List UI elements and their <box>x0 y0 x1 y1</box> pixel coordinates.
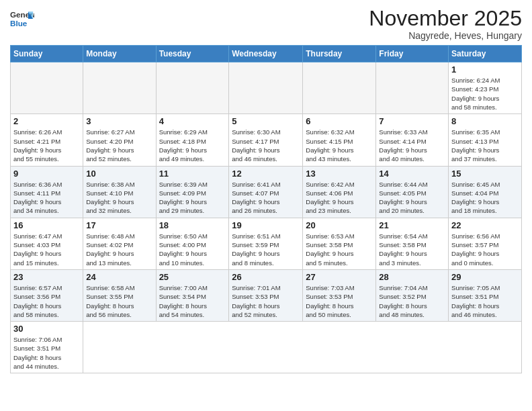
calendar-cell: 9Sunrise: 6:36 AM Sunset: 4:11 PM Daylig… <box>11 166 83 218</box>
calendar-cell <box>83 62 156 114</box>
day-info: Sunrise: 6:32 AM Sunset: 4:15 PM Dayligh… <box>306 128 373 163</box>
day-number: 30 <box>13 324 80 334</box>
day-number: 26 <box>232 272 300 282</box>
calendar-cell: 16Sunrise: 6:47 AM Sunset: 4:03 PM Dayli… <box>11 218 83 269</box>
calendar-cell <box>376 62 449 114</box>
day-number: 8 <box>451 116 519 126</box>
day-info: Sunrise: 6:56 AM Sunset: 3:57 PM Dayligh… <box>451 232 519 267</box>
calendar-cell: 13Sunrise: 6:42 AM Sunset: 4:06 PM Dayli… <box>303 166 376 218</box>
calendar-row: 30Sunrise: 7:06 AM Sunset: 3:51 PM Dayli… <box>11 322 522 373</box>
day-info: Sunrise: 6:24 AM Sunset: 4:23 PM Dayligh… <box>451 76 519 111</box>
day-number: 18 <box>159 220 226 230</box>
day-info: Sunrise: 6:39 AM Sunset: 4:09 PM Dayligh… <box>159 180 226 216</box>
calendar-row: 16Sunrise: 6:47 AM Sunset: 4:03 PM Dayli… <box>11 218 522 269</box>
day-info: Sunrise: 6:48 AM Sunset: 4:02 PM Dayligh… <box>86 232 152 267</box>
day-info: Sunrise: 6:47 AM Sunset: 4:03 PM Dayligh… <box>13 232 80 267</box>
day-number: 1 <box>451 64 519 75</box>
header-monday: Monday <box>83 46 156 62</box>
month-title: November 2025 <box>369 7 522 30</box>
day-info: Sunrise: 6:30 AM Sunset: 4:17 PM Dayligh… <box>232 128 300 163</box>
calendar-cell: 29Sunrise: 7:05 AM Sunset: 3:51 PM Dayli… <box>449 269 522 321</box>
header-tuesday: Tuesday <box>156 46 229 62</box>
calendar-cell: 26Sunrise: 7:01 AM Sunset: 3:53 PM Dayli… <box>229 269 303 321</box>
day-number: 9 <box>13 169 80 179</box>
day-number: 24 <box>86 272 152 282</box>
calendar-cell: 21Sunrise: 6:54 AM Sunset: 3:58 PM Dayli… <box>376 218 449 269</box>
day-number: 11 <box>159 169 226 179</box>
day-number: 17 <box>86 220 152 230</box>
calendar-cell: 17Sunrise: 6:48 AM Sunset: 4:02 PM Dayli… <box>83 218 156 269</box>
day-number: 15 <box>451 169 519 179</box>
day-info: Sunrise: 6:36 AM Sunset: 4:11 PM Dayligh… <box>13 180 80 216</box>
day-number: 25 <box>159 272 226 282</box>
day-info: Sunrise: 6:54 AM Sunset: 3:58 PM Dayligh… <box>379 232 445 267</box>
day-info: Sunrise: 6:44 AM Sunset: 4:05 PM Dayligh… <box>379 180 445 216</box>
day-number: 7 <box>379 116 445 126</box>
day-info: Sunrise: 6:33 AM Sunset: 4:14 PM Dayligh… <box>379 128 445 163</box>
calendar-table: Sunday Monday Tuesday Wednesday Thursday… <box>10 45 522 373</box>
day-info: Sunrise: 7:01 AM Sunset: 3:53 PM Dayligh… <box>232 283 300 319</box>
calendar-cell <box>303 62 376 114</box>
day-info: Sunrise: 7:03 AM Sunset: 3:53 PM Dayligh… <box>306 283 373 319</box>
day-number: 2 <box>13 116 80 126</box>
day-info: Sunrise: 6:38 AM Sunset: 4:10 PM Dayligh… <box>86 180 152 216</box>
day-info: Sunrise: 7:06 AM Sunset: 3:51 PM Dayligh… <box>13 335 80 371</box>
calendar-cell: 22Sunrise: 6:56 AM Sunset: 3:57 PM Dayli… <box>449 218 522 269</box>
header-saturday: Saturday <box>449 46 522 62</box>
day-number: 6 <box>306 116 373 126</box>
logo-icon: General Blue <box>10 7 34 31</box>
calendar-cell: 10Sunrise: 6:38 AM Sunset: 4:10 PM Dayli… <box>83 166 156 218</box>
page: General Blue November 2025 Nagyrede, Hev… <box>0 0 532 411</box>
day-number: 28 <box>379 272 445 282</box>
day-number: 5 <box>232 116 300 126</box>
calendar-cell: 28Sunrise: 7:04 AM Sunset: 3:52 PM Dayli… <box>376 269 449 321</box>
day-info: Sunrise: 6:45 AM Sunset: 4:04 PM Dayligh… <box>451 180 519 216</box>
calendar-cell: 24Sunrise: 6:58 AM Sunset: 3:55 PM Dayli… <box>83 269 156 321</box>
header-friday: Friday <box>376 46 449 62</box>
calendar-cell: 1Sunrise: 6:24 AM Sunset: 4:23 PM Daylig… <box>449 62 522 114</box>
day-number: 29 <box>451 272 519 282</box>
calendar-cell: 6Sunrise: 6:32 AM Sunset: 4:15 PM Daylig… <box>303 114 376 166</box>
calendar-cell: 4Sunrise: 6:29 AM Sunset: 4:18 PM Daylig… <box>156 114 229 166</box>
calendar-cell: 2Sunrise: 6:26 AM Sunset: 4:21 PM Daylig… <box>11 114 83 166</box>
day-info: Sunrise: 6:29 AM Sunset: 4:18 PM Dayligh… <box>159 128 226 163</box>
day-info: Sunrise: 6:42 AM Sunset: 4:06 PM Dayligh… <box>306 180 373 216</box>
day-info: Sunrise: 7:00 AM Sunset: 3:54 PM Dayligh… <box>159 283 226 319</box>
day-number: 4 <box>159 116 226 126</box>
calendar-row: 2Sunrise: 6:26 AM Sunset: 4:21 PM Daylig… <box>11 114 522 166</box>
day-info: Sunrise: 6:41 AM Sunset: 4:07 PM Dayligh… <box>232 180 300 216</box>
location: Nagyrede, Heves, Hungary <box>369 30 522 41</box>
day-number: 23 <box>13 272 80 282</box>
calendar-cell <box>229 62 303 114</box>
header: General Blue November 2025 Nagyrede, Hev… <box>10 7 522 41</box>
calendar-cell: 7Sunrise: 6:33 AM Sunset: 4:14 PM Daylig… <box>376 114 449 166</box>
day-info: Sunrise: 6:27 AM Sunset: 4:20 PM Dayligh… <box>86 128 152 163</box>
day-number: 27 <box>306 272 373 282</box>
header-thursday: Thursday <box>303 46 376 62</box>
day-info: Sunrise: 6:35 AM Sunset: 4:13 PM Dayligh… <box>451 128 519 163</box>
calendar-cell: 12Sunrise: 6:41 AM Sunset: 4:07 PM Dayli… <box>229 166 303 218</box>
day-number: 21 <box>379 220 445 230</box>
day-number: 19 <box>232 220 300 230</box>
day-info: Sunrise: 6:51 AM Sunset: 3:59 PM Dayligh… <box>232 232 300 267</box>
day-info: Sunrise: 6:26 AM Sunset: 4:21 PM Dayligh… <box>13 128 80 163</box>
day-info: Sunrise: 6:58 AM Sunset: 3:55 PM Dayligh… <box>86 283 152 319</box>
calendar-cell: 3Sunrise: 6:27 AM Sunset: 4:20 PM Daylig… <box>83 114 156 166</box>
day-info: Sunrise: 7:04 AM Sunset: 3:52 PM Dayligh… <box>379 283 445 319</box>
calendar-cell: 15Sunrise: 6:45 AM Sunset: 4:04 PM Dayli… <box>449 166 522 218</box>
calendar-cell: 25Sunrise: 7:00 AM Sunset: 3:54 PM Dayli… <box>156 269 229 321</box>
title-area: November 2025 Nagyrede, Heves, Hungary <box>369 7 522 41</box>
day-number: 14 <box>379 169 445 179</box>
calendar-row: 1Sunrise: 6:24 AM Sunset: 4:23 PM Daylig… <box>11 62 522 114</box>
day-number: 12 <box>232 169 300 179</box>
calendar-cell: 30Sunrise: 7:06 AM Sunset: 3:51 PM Dayli… <box>11 322 83 373</box>
calendar-cell: 27Sunrise: 7:03 AM Sunset: 3:53 PM Dayli… <box>303 269 376 321</box>
calendar-row: 9Sunrise: 6:36 AM Sunset: 4:11 PM Daylig… <box>11 166 522 218</box>
calendar-cell: 20Sunrise: 6:53 AM Sunset: 3:58 PM Dayli… <box>303 218 376 269</box>
calendar-cell: 23Sunrise: 6:57 AM Sunset: 3:56 PM Dayli… <box>11 269 83 321</box>
day-number: 22 <box>451 220 519 230</box>
calendar-cell: 5Sunrise: 6:30 AM Sunset: 4:17 PM Daylig… <box>229 114 303 166</box>
calendar-cell <box>156 62 229 114</box>
day-info: Sunrise: 7:05 AM Sunset: 3:51 PM Dayligh… <box>451 283 519 319</box>
calendar-cell: 11Sunrise: 6:39 AM Sunset: 4:09 PM Dayli… <box>156 166 229 218</box>
